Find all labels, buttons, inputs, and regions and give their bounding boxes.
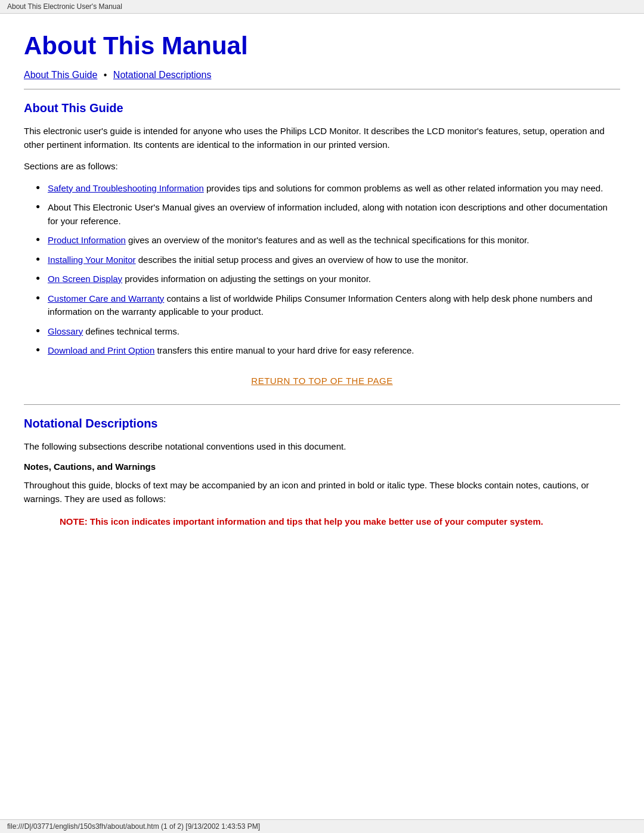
list-item: On Screen Display provides information o… <box>36 272 620 286</box>
list-item: About This Electronic User's Manual give… <box>36 201 620 228</box>
list-item: Product Information gives an overview of… <box>36 234 620 247</box>
browser-title-bar: About This Electronic User's Manual <box>0 0 644 14</box>
list-item: Customer Care and Warranty contains a li… <box>36 292 620 319</box>
section2-title: Notational Descriptions <box>24 417 620 431</box>
list-item: Installing Your Monitor describes the in… <box>36 253 620 267</box>
section1-intro: This electronic user's guide is intended… <box>24 125 620 151</box>
middle-divider <box>24 404 620 405</box>
page-main-title: About This Manual <box>24 32 620 60</box>
list-link-glossary[interactable]: Glossary <box>48 326 83 336</box>
section1-title: About This Guide <box>24 101 620 115</box>
list-link-osd[interactable]: On Screen Display <box>48 274 122 284</box>
list-link-product[interactable]: Product Information <box>48 235 126 245</box>
section1-list: Safety and Troubleshooting Information p… <box>36 182 620 358</box>
nav-link-notational[interactable]: Notational Descriptions <box>113 70 212 80</box>
list-link-installing[interactable]: Installing Your Monitor <box>48 255 136 265</box>
list-link-customer-care[interactable]: Customer Care and Warranty <box>48 293 164 304</box>
page-content: About This Manual About This Guide • Not… <box>0 14 644 574</box>
list-item: Glossary defines technical terms. <box>36 325 620 339</box>
list-link-download[interactable]: Download and Print Option <box>48 345 154 355</box>
section2-intro: The following subsections describe notat… <box>24 440 620 454</box>
nav-separator: • <box>104 70 107 80</box>
section1-sections-label: Sections are as follows: <box>24 160 620 174</box>
note-block: NOTE: This icon indicates important info… <box>60 515 584 529</box>
nav-links: About This Guide • Notational Descriptio… <box>24 70 620 80</box>
status-bar: file:///D|/03771/english/150s3fh/about/a… <box>0 819 644 833</box>
list-item: Safety and Troubleshooting Information p… <box>36 182 620 196</box>
return-to-top: RETURN TO TOP OF THE PAGE <box>24 376 620 386</box>
list-item: Download and Print Option transfers this… <box>36 344 620 358</box>
return-to-top-link[interactable]: RETURN TO TOP OF THE PAGE <box>251 376 392 386</box>
status-bar-text: file:///D|/03771/english/150s3fh/about/a… <box>7 822 260 831</box>
notes-cautions-heading: Notes, Cautions, and Warnings <box>24 462 620 472</box>
nav-link-about-guide[interactable]: About This Guide <box>24 70 97 80</box>
list-link-safety[interactable]: Safety and Troubleshooting Information <box>48 183 204 193</box>
browser-title-text: About This Electronic User's Manual <box>7 2 122 11</box>
top-divider <box>24 89 620 89</box>
section2-notes-body: Throughout this guide, blocks of text ma… <box>24 479 620 506</box>
